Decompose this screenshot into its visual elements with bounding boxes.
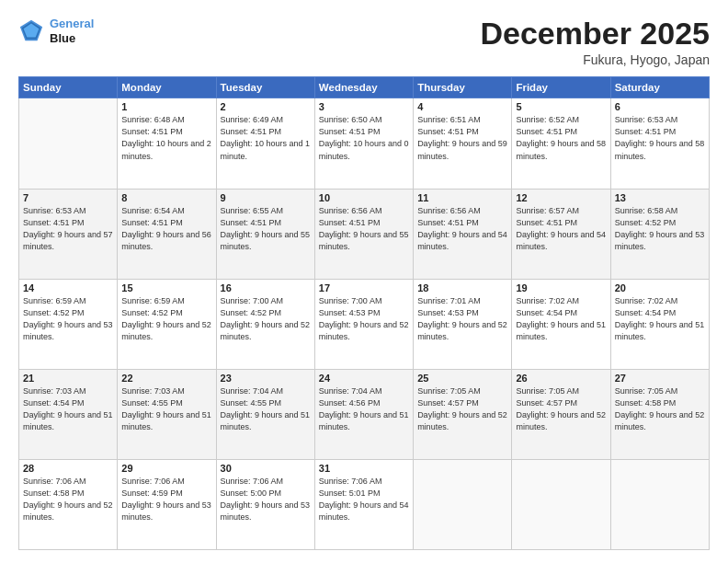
subtitle: Fukura, Hyogo, Japan [480,52,710,67]
day-number: 13 [615,192,705,203]
main-title: December 2025 [480,17,710,51]
calendar-cell: 12Sunrise: 6:57 AM Sunset: 4:51 PM Dayli… [512,189,610,279]
day-info: Sunrise: 6:59 AM Sunset: 4:52 PM Dayligh… [121,295,211,343]
calendar-cell: 9Sunrise: 6:55 AM Sunset: 4:51 PM Daylig… [216,189,314,279]
day-number: 5 [516,101,606,112]
day-number: 24 [319,373,409,384]
calendar-cell: 13Sunrise: 6:58 AM Sunset: 4:52 PM Dayli… [610,189,709,279]
logo-icon [18,18,44,44]
day-info: Sunrise: 7:02 AM Sunset: 4:54 PM Dayligh… [516,295,606,343]
calendar-cell: 16Sunrise: 7:00 AM Sunset: 4:52 PM Dayli… [216,279,314,369]
calendar-cell: 24Sunrise: 7:04 AM Sunset: 4:56 PM Dayli… [314,369,413,459]
calendar-cell: 27Sunrise: 7:05 AM Sunset: 4:58 PM Dayli… [610,369,709,459]
day-number: 12 [516,192,606,203]
day-info: Sunrise: 7:01 AM Sunset: 4:53 PM Dayligh… [417,295,507,343]
day-info: Sunrise: 7:06 AM Sunset: 5:01 PM Dayligh… [319,476,409,523]
calendar-cell: 8Sunrise: 6:54 AM Sunset: 4:51 PM Daylig… [118,189,216,279]
header-row: Sunday Monday Tuesday Wednesday Thursday… [19,77,710,98]
calendar-cell: 3Sunrise: 6:50 AM Sunset: 4:51 PM Daylig… [314,98,413,189]
day-info: Sunrise: 6:53 AM Sunset: 4:51 PM Dayligh… [615,114,705,162]
day-number: 25 [417,373,507,384]
calendar-cell: 7Sunrise: 6:53 AM Sunset: 4:51 PM Daylig… [19,189,118,279]
day-info: Sunrise: 6:56 AM Sunset: 4:51 PM Dayligh… [417,205,507,253]
day-number: 19 [516,282,606,293]
day-number: 8 [121,192,211,203]
day-info: Sunrise: 6:48 AM Sunset: 4:51 PM Dayligh… [121,114,211,162]
week-row-4: 21Sunrise: 7:03 AM Sunset: 4:54 PM Dayli… [19,369,710,459]
calendar-cell: 20Sunrise: 7:02 AM Sunset: 4:54 PM Dayli… [610,279,709,369]
day-number: 10 [319,192,409,203]
day-info: Sunrise: 7:04 AM Sunset: 4:56 PM Dayligh… [319,385,409,433]
calendar-cell: 15Sunrise: 6:59 AM Sunset: 4:52 PM Dayli… [118,279,216,369]
col-wednesday: Wednesday [314,77,413,98]
day-info: Sunrise: 6:55 AM Sunset: 4:51 PM Dayligh… [221,205,311,253]
day-info: Sunrise: 7:04 AM Sunset: 4:55 PM Dayligh… [221,385,311,433]
col-friday: Friday [512,77,610,98]
calendar-cell [512,459,610,549]
day-number: 27 [615,373,705,384]
day-info: Sunrise: 7:03 AM Sunset: 4:55 PM Dayligh… [121,385,211,433]
calendar-cell: 2Sunrise: 6:49 AM Sunset: 4:51 PM Daylig… [216,98,314,189]
calendar-cell: 10Sunrise: 6:56 AM Sunset: 4:51 PM Dayli… [314,189,413,279]
calendar-cell: 21Sunrise: 7:03 AM Sunset: 4:54 PM Dayli… [19,369,118,459]
page: General Blue December 2025 Fukura, Hyogo… [0,0,728,563]
day-number: 26 [516,373,606,384]
day-info: Sunrise: 6:59 AM Sunset: 4:52 PM Dayligh… [23,295,113,343]
week-row-2: 7Sunrise: 6:53 AM Sunset: 4:51 PM Daylig… [19,189,710,279]
day-info: Sunrise: 6:58 AM Sunset: 4:52 PM Dayligh… [615,205,705,253]
calendar-cell: 29Sunrise: 7:06 AM Sunset: 4:59 PM Dayli… [118,459,216,549]
day-info: Sunrise: 7:05 AM Sunset: 4:58 PM Dayligh… [615,385,705,433]
day-number: 23 [221,373,311,384]
calendar-cell: 18Sunrise: 7:01 AM Sunset: 4:53 PM Dayli… [414,279,512,369]
day-number: 21 [23,373,113,384]
calendar-table: Sunday Monday Tuesday Wednesday Thursday… [18,76,710,550]
calendar-cell: 4Sunrise: 6:51 AM Sunset: 4:51 PM Daylig… [414,98,512,189]
logo-text: General Blue [50,17,94,45]
calendar-cell [19,98,118,189]
calendar-cell [610,459,709,549]
day-number: 9 [221,192,311,203]
day-info: Sunrise: 6:51 AM Sunset: 4:51 PM Dayligh… [417,114,507,162]
day-info: Sunrise: 6:53 AM Sunset: 4:51 PM Dayligh… [23,205,113,253]
day-info: Sunrise: 6:52 AM Sunset: 4:51 PM Dayligh… [516,114,606,162]
day-info: Sunrise: 7:02 AM Sunset: 4:54 PM Dayligh… [615,295,705,343]
calendar-cell: 17Sunrise: 7:00 AM Sunset: 4:53 PM Dayli… [314,279,413,369]
day-number: 31 [319,463,409,474]
day-info: Sunrise: 7:05 AM Sunset: 4:57 PM Dayligh… [417,385,507,433]
day-info: Sunrise: 7:05 AM Sunset: 4:57 PM Dayligh… [516,385,606,433]
day-number: 17 [319,282,409,293]
calendar-cell: 26Sunrise: 7:05 AM Sunset: 4:57 PM Dayli… [512,369,610,459]
day-number: 30 [221,463,311,474]
day-number: 6 [615,101,705,112]
day-info: Sunrise: 6:50 AM Sunset: 4:51 PM Dayligh… [319,114,409,162]
calendar-cell: 5Sunrise: 6:52 AM Sunset: 4:51 PM Daylig… [512,98,610,189]
day-number: 22 [121,373,211,384]
day-number: 11 [417,192,507,203]
col-sunday: Sunday [19,77,118,98]
calendar-cell: 1Sunrise: 6:48 AM Sunset: 4:51 PM Daylig… [118,98,216,189]
day-info: Sunrise: 6:49 AM Sunset: 4:51 PM Dayligh… [221,114,311,162]
day-number: 28 [23,463,113,474]
logo: General Blue [18,17,94,45]
calendar-cell: 14Sunrise: 6:59 AM Sunset: 4:52 PM Dayli… [19,279,118,369]
day-number: 1 [121,101,211,112]
header: General Blue December 2025 Fukura, Hyogo… [18,17,710,67]
week-row-1: 1Sunrise: 6:48 AM Sunset: 4:51 PM Daylig… [19,98,710,189]
day-number: 14 [23,282,113,293]
col-tuesday: Tuesday [216,77,314,98]
day-number: 4 [417,101,507,112]
week-row-3: 14Sunrise: 6:59 AM Sunset: 4:52 PM Dayli… [19,279,710,369]
calendar-cell: 30Sunrise: 7:06 AM Sunset: 5:00 PM Dayli… [216,459,314,549]
calendar-cell: 31Sunrise: 7:06 AM Sunset: 5:01 PM Dayli… [314,459,413,549]
calendar-cell: 11Sunrise: 6:56 AM Sunset: 4:51 PM Dayli… [414,189,512,279]
week-row-5: 28Sunrise: 7:06 AM Sunset: 4:58 PM Dayli… [19,459,710,549]
day-info: Sunrise: 7:06 AM Sunset: 4:59 PM Dayligh… [121,476,211,523]
calendar-cell: 22Sunrise: 7:03 AM Sunset: 4:55 PM Dayli… [118,369,216,459]
day-info: Sunrise: 7:03 AM Sunset: 4:54 PM Dayligh… [23,385,113,433]
calendar-cell: 28Sunrise: 7:06 AM Sunset: 4:58 PM Dayli… [19,459,118,549]
day-info: Sunrise: 6:54 AM Sunset: 4:51 PM Dayligh… [121,205,211,253]
day-number: 20 [615,282,705,293]
day-info: Sunrise: 6:56 AM Sunset: 4:51 PM Dayligh… [319,205,409,253]
day-number: 3 [319,101,409,112]
col-monday: Monday [118,77,216,98]
